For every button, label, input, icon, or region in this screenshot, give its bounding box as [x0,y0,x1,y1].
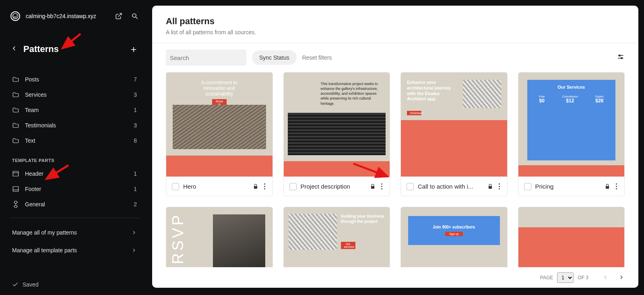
chevron-left-icon [602,274,609,280]
svg-line-10 [62,34,80,48]
folder-icon [12,106,19,114]
chevron-right-icon [131,247,137,253]
reset-filters-button[interactable]: Reset filters [302,54,332,61]
chevron-right-icon [618,274,625,280]
annotation-arrow [40,161,72,185]
category-label: Team [25,107,39,113]
template-count: 1 [134,186,137,192]
preview-text: RSVP [169,213,187,264]
back-button[interactable] [10,45,19,54]
pattern-card[interactable]: A commitment to innovation and sustainab… [166,72,273,196]
pattern-card[interactable]: RSVP [166,207,273,267]
category-count: 3 [134,91,137,98]
category-team[interactable]: Team 1 [0,102,149,118]
toolbar: Sync Status Reset filters [152,43,638,72]
saved-indicator: Saved [12,281,39,288]
template-count: 2 [134,201,137,208]
template-count: 1 [134,170,137,177]
more-actions-button[interactable] [497,182,502,191]
svg-line-18 [353,164,388,177]
view-settings-icon[interactable] [617,53,625,62]
pattern-card[interactable]: Guiding your business through the projec… [283,207,390,267]
svg-line-11 [46,165,68,179]
category-testimonials[interactable]: Testimonials 3 [0,118,149,133]
pattern-preview: Our Services Free$0 Connoisseur$12 Exper… [518,73,625,177]
manage-template-parts-link[interactable]: Manage all template parts [0,241,149,259]
folder-icon [12,122,19,129]
patterns-grid: A commitment to innovation and sustainab… [166,72,625,267]
more-actions-button[interactable] [262,182,267,191]
pattern-card[interactable]: Our Services Free$0 Connoisseur$12 Exper… [518,72,625,196]
pattern-preview: RSVP [166,207,272,267]
lock-icon [487,184,493,189]
pattern-card[interactable]: Enhance your architectural journey with … [400,72,508,196]
main-panel: All patterns A list of all patterns from… [152,6,638,288]
next-page-button[interactable] [618,274,625,282]
preview-text: A commitment to innovation and sustainab… [197,80,242,97]
preview-text: Guiding your business through the projec… [341,214,385,224]
manage-patterns-link[interactable]: Manage all of my patterns [0,224,149,241]
admin-top-bar: calming-bb7c24.instawp.xyz [0,7,149,25]
folder-icon [12,91,19,98]
sync-status-button[interactable]: Sync Status [252,50,297,65]
pattern-title: Call to action with i... [418,183,483,190]
template-label: Footer [25,186,41,192]
chevron-right-icon [131,230,137,235]
pattern-preview [518,207,625,267]
category-label: Posts [25,76,39,83]
search-input[interactable] [170,54,246,61]
lock-icon [253,184,258,189]
prev-page-button[interactable] [602,274,609,282]
annotation-arrow [56,31,85,55]
search-icon[interactable] [131,12,138,20]
site-name[interactable]: calming-bb7c24.instawp.xyz [26,13,96,19]
pattern-preview: Enhance your architectural journey with … [401,73,507,177]
pattern-card[interactable]: Join 900+ subscribers Sign up [400,207,508,267]
sidebar: Patterns ＋ Posts 7 Services 3 Team 1 Tes… [0,28,149,295]
wordpress-logo[interactable] [10,11,20,21]
preview-text: Join 900+ subscribers [433,225,475,229]
template-general[interactable]: General 2 [0,197,149,212]
folder-icon [12,137,19,144]
svg-rect-7 [14,201,17,204]
svg-rect-8 [14,205,17,208]
category-posts[interactable]: Posts 7 [0,72,149,87]
category-text[interactable]: Text 8 [0,133,149,148]
general-icon [12,201,19,208]
svg-point-15 [619,55,620,56]
select-checkbox[interactable] [524,183,531,190]
preview-button: Download [407,111,421,115]
select-checkbox[interactable] [407,183,414,190]
category-services[interactable]: Services 3 [0,87,149,102]
category-count: 8 [134,137,137,144]
pattern-title: Pricing [535,183,601,190]
external-link-icon[interactable] [115,12,122,20]
page-label: PAGE [540,275,553,280]
more-actions-button[interactable] [614,182,619,191]
search-box[interactable] [166,50,246,66]
template-label: General [25,201,45,208]
svg-line-2 [136,17,138,19]
svg-rect-5 [13,187,19,191]
category-count: 3 [134,122,137,129]
select-checkbox[interactable] [172,183,179,190]
category-count: 7 [134,76,137,83]
template-header[interactable]: Header 1 [0,166,149,181]
category-label: Services [25,91,47,98]
pattern-title: Hero [183,183,249,190]
template-footer[interactable]: Footer 1 [0,181,149,197]
lock-icon [605,184,610,189]
select-checkbox[interactable] [289,183,297,190]
svg-point-17 [621,58,622,59]
footer-icon [12,185,19,193]
preview-text: This transformative project seeks to enh… [321,81,384,106]
add-pattern-button[interactable]: ＋ [129,43,138,56]
page-select[interactable]: 1 [557,272,574,283]
page-description: A list of all patterns from all sources. [166,29,625,35]
category-label: Text [25,137,35,144]
pagination: PAGE 1 OF 3 [152,267,638,288]
pattern-card[interactable] [518,207,625,267]
sidebar-title: Patterns [23,44,59,54]
pattern-preview: A commitment to innovation and sustainab… [166,73,272,177]
pattern-preview: Join 900+ subscribers Sign up [401,207,507,267]
